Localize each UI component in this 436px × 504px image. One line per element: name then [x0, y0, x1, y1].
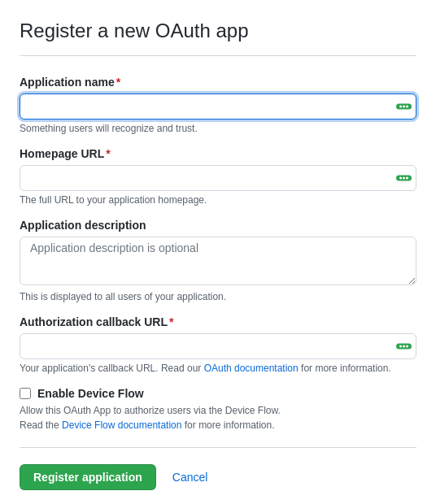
device-flow-checkbox[interactable]	[20, 388, 31, 399]
copilot-icon-2	[396, 176, 412, 181]
register-application-button[interactable]: Register application	[20, 464, 156, 490]
application-description-input[interactable]	[20, 237, 416, 285]
application-description-hint: This is displayed to all users of your a…	[20, 291, 416, 302]
page-title: Register a new OAuth app	[20, 20, 416, 56]
cancel-button[interactable]: Cancel	[166, 467, 215, 488]
callback-url-label: Authorization callback URL*	[20, 315, 416, 328]
callback-url-group: Authorization callback URL* Your applica…	[20, 315, 416, 374]
homepage-url-input[interactable]	[20, 165, 416, 191]
required-star-3: *	[169, 315, 173, 328]
application-description-label: Application description	[20, 219, 416, 232]
application-name-input[interactable]	[20, 93, 416, 119]
form-actions: Register application Cancel	[20, 464, 416, 490]
device-flow-docs-link[interactable]: Device Flow documentation	[62, 419, 181, 431]
callback-url-input[interactable]	[20, 333, 416, 359]
device-flow-checkbox-row: Enable Device Flow	[20, 387, 416, 400]
form-divider	[20, 447, 416, 448]
application-name-group: Application name* Something users will r…	[20, 76, 416, 134]
application-description-group: Application description This is displaye…	[20, 219, 416, 302]
oauth-docs-link[interactable]: OAuth documentation	[204, 363, 299, 374]
application-name-wrapper	[20, 93, 416, 119]
device-flow-hint-2: Read the Device Flow documentation for m…	[20, 419, 416, 431]
application-name-hint: Something users will recognize and trust…	[20, 123, 416, 134]
copilot-icon-3	[396, 344, 412, 350]
required-star-2: *	[106, 147, 110, 160]
callback-url-wrapper	[20, 333, 416, 359]
device-flow-label[interactable]: Enable Device Flow	[37, 387, 144, 400]
homepage-url-label: Homepage URL*	[20, 147, 416, 160]
callback-url-hint: Your application's callback URL. Read ou…	[20, 363, 416, 374]
homepage-url-group: Homepage URL* The full URL to your appli…	[20, 147, 416, 206]
copilot-icon	[396, 104, 412, 110]
device-flow-hint-1: Allow this OAuth App to authorize users …	[20, 405, 416, 416]
required-star: *	[116, 76, 120, 89]
homepage-url-wrapper	[20, 165, 416, 191]
homepage-url-hint: The full URL to your application homepag…	[20, 194, 416, 206]
device-flow-group: Enable Device Flow Allow this OAuth App …	[20, 387, 416, 431]
application-name-label: Application name*	[20, 76, 416, 89]
